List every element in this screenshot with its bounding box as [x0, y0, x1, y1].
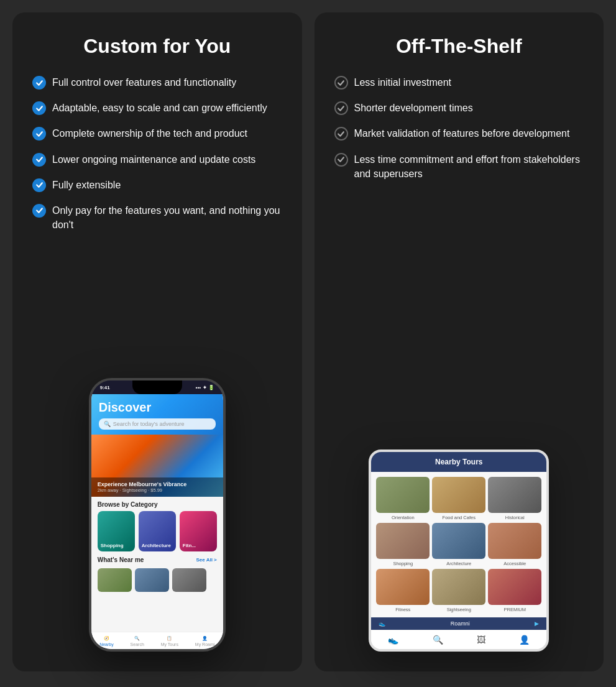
right-feature-1: Less initial investment [334, 75, 584, 90]
left-feature-2: Adaptable, easy to scale and can grow ef… [32, 101, 282, 115]
right-feature-3: Market validation of features before dev… [334, 126, 584, 141]
tablet-nav-media[interactable]: 🖼 [477, 635, 485, 645]
whats-near-row: What's Near me See All > [91, 551, 223, 568]
phone-notch [132, 380, 182, 394]
check-icon-3 [32, 127, 46, 141]
left-feature-list: Full control over features and functiona… [32, 75, 282, 243]
phone-time: 9:41 [100, 385, 110, 390]
phone-screen: Discover 🔍 Search for today's adventure … [91, 394, 223, 649]
near-thumb-2 [135, 568, 169, 592]
grid-item-3[interactable]: Shopping [376, 523, 430, 566]
left-feature-5: Fully extensible [32, 178, 282, 192]
phone-hero-subtitle: 2km away · Sightseeing · $5.99 [98, 487, 217, 493]
category-fitness[interactable]: Fitn... [180, 511, 217, 551]
tablet-bottom-nav: 👟 🔍 🖼 👤 [371, 630, 546, 649]
check-icon-r3 [334, 127, 348, 141]
grid-item-2[interactable]: Historical [488, 477, 541, 520]
phone-container: 9:41 ▪▪▪ ✦ 🔋 Discover 🔍 Search for today… [32, 372, 282, 652]
right-feature-list: Less initial investment Shorter developm… [334, 75, 584, 192]
whats-near-title: What's Near me [98, 554, 144, 566]
search-icon: 🔍 [104, 421, 111, 427]
near-thumb-1 [98, 568, 132, 592]
left-panel: Custom for You Full control over feature… [12, 12, 302, 671]
tablet-nav-profile[interactable]: 👤 [519, 635, 530, 645]
nav-nearby[interactable]: 🧭 Nearby [99, 636, 114, 647]
tablet-nav-search[interactable]: 🔍 [433, 635, 443, 645]
right-panel: Off-The-Shelf Less initial investment Sh… [315, 12, 604, 671]
thumb-orientation [376, 477, 430, 513]
phone-header: Discover 🔍 Search for today's adventure [91, 394, 223, 435]
player-label: Roamni [451, 620, 470, 627]
thumb-fitness [376, 569, 430, 605]
thumb-label-3: Shopping [393, 561, 413, 566]
see-all-link[interactable]: See All > [196, 557, 216, 563]
grid-item-1[interactable]: Food and Cafes [432, 477, 485, 520]
grid-item-8[interactable]: PREMIUM [488, 569, 541, 612]
nav-nearby-icon: 🧭 [104, 636, 109, 641]
thumb-premium [488, 569, 541, 605]
right-panel-title: Off-The-Shelf [334, 35, 584, 58]
check-icon-5 [32, 178, 46, 192]
grid-item-4[interactable]: Architecture [432, 523, 485, 566]
thumb-label-6: Fitness [395, 607, 410, 612]
phone-search[interactable]: 🔍 Search for today's adventure [99, 418, 216, 430]
tablet-mockup: Nearby Tours Orientation Food and Cafes … [369, 450, 549, 652]
nav-search-icon: 🔍 [134, 636, 140, 641]
category-architecture[interactable]: Architecture [139, 511, 176, 551]
right-feature-4: Less time commitment and effort from sta… [334, 152, 584, 181]
nav-my-tours[interactable]: 📋 My Tours [161, 636, 178, 647]
thumb-label-8: PREMIUM [504, 607, 526, 612]
phone-hero-overlay: Experience Melbourne's Vibrance 2km away… [91, 477, 223, 497]
player-play-button[interactable]: ▶ [535, 620, 539, 627]
grid-item-5[interactable]: Accessible [488, 523, 541, 566]
tablet-container: Nearby Tours Orientation Food and Cafes … [334, 440, 584, 652]
check-icon-r2 [334, 101, 348, 115]
nav-roami-icon: 👤 [202, 636, 208, 641]
nav-tours-icon: 📋 [167, 636, 172, 641]
left-feature-1: Full control over features and functiona… [32, 75, 282, 90]
phone-bottom-nav: 🧭 Nearby 🔍 Search 📋 My Tours 👤 My Roami [91, 632, 223, 649]
phone-app-title: Discover [99, 400, 216, 415]
left-feature-6: Only pay for the features you want, and … [32, 203, 282, 232]
check-icon-6 [32, 204, 46, 218]
left-panel-title: Custom for You [32, 35, 282, 58]
tablet-nav-tours[interactable]: 👟 [388, 635, 398, 645]
check-icon-r1 [334, 76, 348, 90]
category-row: Shopping Architecture Fitn... [91, 511, 223, 551]
tablet-player: 👟 Roamni ▶ [371, 617, 546, 630]
check-icon-4 [32, 153, 46, 167]
nav-my-roami[interactable]: 👤 My Roami [195, 636, 215, 647]
right-feature-2: Shorter development times [334, 101, 584, 115]
thumb-historical [488, 477, 541, 513]
near-strip [91, 568, 223, 592]
player-icon-left: 👟 [379, 620, 385, 627]
thumb-label-1: Food and Cafes [443, 515, 476, 520]
phone-hero-title: Experience Melbourne's Vibrance [98, 481, 217, 487]
thumb-label-7: Sightseeing [447, 607, 471, 612]
phone-signal: ▪▪▪ ✦ 🔋 [196, 385, 214, 390]
near-thumb-3 [172, 568, 206, 592]
nav-search[interactable]: 🔍 Search [131, 636, 144, 647]
thumb-shopping [376, 523, 430, 559]
thumb-architecture [432, 523, 485, 559]
check-icon-2 [32, 101, 46, 115]
left-feature-4: Lower ongoing maintenance and update cos… [32, 152, 282, 167]
grid-item-0[interactable]: Orientation [376, 477, 430, 520]
check-icon-1 [32, 76, 46, 90]
left-feature-3: Complete ownership of the tech and produ… [32, 126, 282, 141]
thumb-label-0: Orientation [392, 515, 415, 520]
thumb-label-2: Historical [505, 515, 525, 520]
thumb-label-5: Accessible [503, 561, 526, 566]
tablet-header: Nearby Tours [371, 452, 546, 472]
thumb-sightseeing [432, 569, 485, 605]
browse-category-title: Browse by Category [91, 497, 223, 511]
thumb-label-4: Architecture [446, 561, 471, 566]
thumb-food [432, 477, 485, 513]
grid-item-6[interactable]: Fitness [376, 569, 430, 612]
thumb-accessible [488, 523, 541, 559]
tablet-grid: Orientation Food and Cafes Historical Sh… [371, 472, 546, 617]
phone-mockup: 9:41 ▪▪▪ ✦ 🔋 Discover 🔍 Search for today… [89, 378, 226, 652]
category-shopping[interactable]: Shopping [98, 511, 135, 551]
check-icon-r4 [334, 153, 348, 167]
grid-item-7[interactable]: Sightseeing [432, 569, 485, 612]
